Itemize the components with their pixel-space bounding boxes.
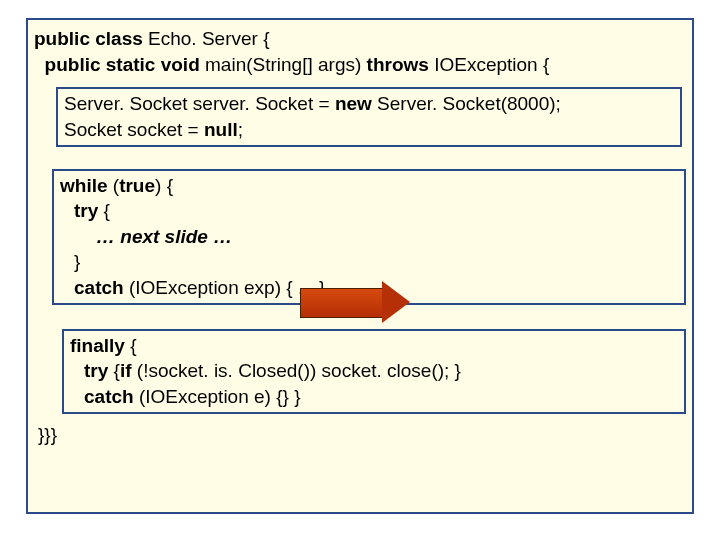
finally-brace: {: [125, 335, 137, 356]
socket-pre: Socket socket =: [64, 119, 204, 140]
next-slide-text: … next slide …: [96, 226, 232, 247]
kw-new: new: [335, 93, 372, 114]
arrow-icon: [300, 288, 410, 316]
catch2-line: catch (IOException e) {} }: [70, 384, 678, 410]
main-sig: main(String[] args): [200, 54, 367, 75]
kw-while: while: [60, 175, 108, 196]
kw-if: if: [120, 360, 132, 381]
kw-try2: try: [84, 360, 114, 381]
throws-type: IOException {: [429, 54, 549, 75]
code-content: public class Echo. Server { public stati…: [28, 20, 692, 453]
brace-close: }: [74, 251, 80, 272]
if-body: (!socket. is. Closed()) socket. close();…: [132, 360, 461, 381]
socket-post: ;: [238, 119, 243, 140]
socket-line: Socket socket = null;: [64, 117, 674, 143]
kw-true: true: [119, 175, 155, 196]
serversocket-post: Server. Socket(8000);: [372, 93, 561, 114]
init-block: Server. Socket server. Socket = new Serv…: [56, 87, 682, 146]
try-close: }: [60, 249, 678, 275]
while-block: while (true) { try { … next slide … } ca…: [52, 169, 686, 305]
kw-public-class: public class: [34, 28, 143, 49]
kw-psv: public static void: [45, 54, 200, 75]
kw-null: null: [204, 119, 238, 140]
kw-catch: catch: [74, 277, 124, 298]
slide-frame: public class Echo. Server { public stati…: [26, 18, 694, 514]
try-brace: {: [98, 200, 110, 221]
next-slide-line: … next slide …: [60, 224, 678, 250]
kw-throws: throws: [367, 54, 429, 75]
arrow-body: [300, 288, 384, 318]
class-name: Echo. Server {: [143, 28, 270, 49]
catch2-body: (IOException e) {} }: [134, 386, 301, 407]
closing-braces: }}}: [38, 422, 686, 448]
arrow-head: [382, 281, 410, 323]
main-decl: public static void main(String[] args) t…: [34, 52, 686, 78]
serversocket-line: Server. Socket server. Socket = new Serv…: [64, 91, 674, 117]
finally-block: finally { try {if (!socket. is. Closed()…: [62, 329, 686, 414]
kw-finally: finally: [70, 335, 125, 356]
catch-body: (IOException exp) { ... }: [124, 277, 326, 298]
try-close-line: try {if (!socket. is. Closed()) socket. …: [70, 358, 678, 384]
serversocket-pre: Server. Socket server. Socket =: [64, 93, 335, 114]
kw-catch2: catch: [84, 386, 134, 407]
finally-line: finally {: [70, 333, 678, 359]
while-line: while (true) {: [60, 173, 678, 199]
paren-open: (: [108, 175, 120, 196]
kw-try: try: [74, 200, 98, 221]
closing-text: }}}: [38, 424, 57, 445]
class-decl: public class Echo. Server {: [34, 26, 686, 52]
while-rest: ) {: [155, 175, 173, 196]
try-line: try {: [60, 198, 678, 224]
